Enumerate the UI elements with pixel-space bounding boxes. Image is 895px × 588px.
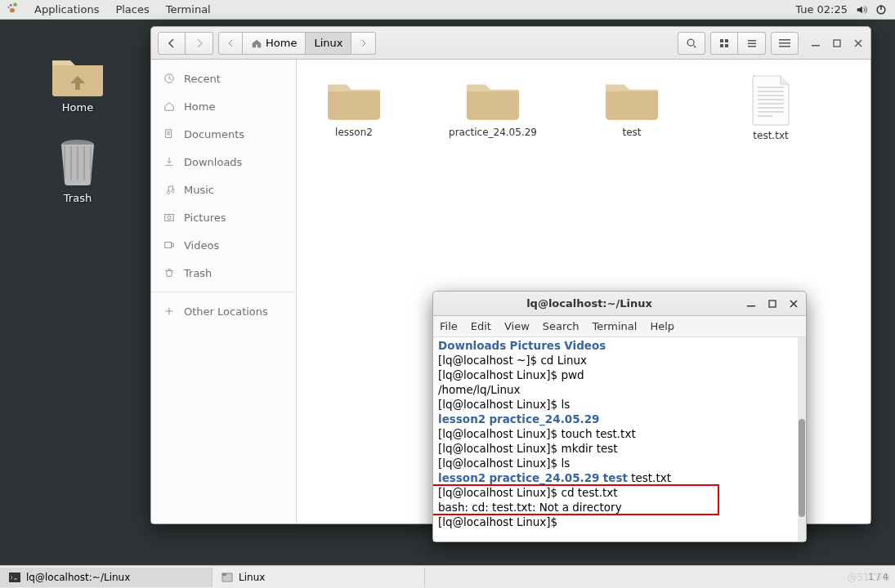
file-label: practice_24.05.29 — [449, 127, 537, 138]
sidebar-videos[interactable]: Videos — [151, 231, 296, 259]
term-dir: Downloads — [438, 339, 506, 352]
hamburger-menu-button[interactable] — [771, 32, 799, 55]
files-icon — [221, 571, 234, 584]
svg-point-1 — [10, 4, 12, 7]
menu-view[interactable]: View — [504, 320, 530, 332]
task-label: Linux — [239, 572, 265, 583]
folder-lesson2[interactable]: lesson2 — [313, 74, 395, 141]
terminal-menu[interactable]: Terminal — [166, 3, 211, 16]
terminal-close-button[interactable] — [788, 298, 799, 310]
maximize-button[interactable] — [831, 38, 843, 49]
sidebar-trash[interactable]: Trash — [151, 259, 296, 287]
term-prompt: [lq@localhost Linux]$ — [438, 427, 562, 440]
svg-line-8 — [694, 45, 696, 47]
svg-rect-16 — [779, 39, 790, 41]
term-prompt: [lq@localhost Linux]$ — [438, 515, 557, 528]
nav-forward-button[interactable] — [186, 32, 213, 55]
svg-rect-13 — [748, 40, 756, 42]
menu-help[interactable]: Help — [650, 320, 674, 332]
sidebar-recent[interactable]: Recent — [151, 65, 296, 92]
svg-rect-34 — [747, 305, 755, 307]
terminal-icon — [8, 571, 21, 584]
videos-icon — [163, 238, 176, 252]
desktop-home-icon[interactable]: Home — [49, 49, 106, 114]
menu-file[interactable]: File — [440, 320, 458, 332]
terminal-window: lq@localhost:~/Linux File Edit View Sear… — [432, 291, 807, 542]
term-prompt: [lq@localhost Linux]$ — [438, 457, 562, 470]
svg-rect-11 — [720, 44, 723, 47]
clock-icon — [163, 72, 176, 85]
path-back-arrow[interactable] — [218, 32, 243, 55]
sidebar-label: Documents — [184, 128, 244, 140]
home-icon — [163, 100, 176, 113]
sidebar-other-locations[interactable]: Other Locations — [151, 297, 296, 325]
menu-search[interactable]: Search — [543, 320, 580, 332]
sidebar-home[interactable]: Home — [151, 92, 296, 120]
svg-rect-12 — [725, 44, 728, 47]
term-dir: lesson2 — [438, 412, 486, 425]
applications-menu[interactable]: Applications — [34, 3, 99, 16]
svg-point-2 — [7, 7, 9, 8]
file-label: lesson2 — [335, 127, 373, 138]
minimize-button[interactable] — [810, 38, 821, 49]
gnome-foot-icon — [7, 2, 18, 16]
terminal-maximize-button[interactable] — [767, 298, 778, 310]
documents-icon — [163, 127, 176, 140]
svg-rect-38 — [222, 573, 226, 576]
term-dir: Pictures — [510, 339, 561, 352]
file-test-txt[interactable]: test.txt — [730, 74, 812, 141]
term-prompt: [lq@localhost Linux]$ — [438, 368, 562, 381]
sidebar-label: Pictures — [184, 212, 226, 224]
task-terminal[interactable]: lq@localhost:~/Linux — [0, 568, 213, 587]
term-cmd: cd Linux — [540, 354, 587, 367]
svg-rect-23 — [165, 215, 174, 221]
svg-rect-15 — [748, 46, 756, 47]
volume-icon[interactable] — [856, 4, 867, 16]
sidebar-downloads[interactable]: Downloads — [151, 148, 296, 176]
icon-view-button[interactable] — [710, 32, 738, 55]
svg-rect-18 — [779, 46, 790, 47]
desktop-trash-icon[interactable]: Trash — [49, 138, 106, 204]
sidebar-label: Trash — [184, 267, 212, 279]
top-panel: Applications Places Terminal Tue 02:25 — [0, 0, 895, 20]
term-cmd: ls — [562, 398, 571, 411]
close-button[interactable] — [852, 38, 864, 49]
term-prompt: [lq@localhost Linux]$ — [438, 442, 562, 455]
power-icon[interactable] — [875, 4, 887, 16]
menu-edit[interactable]: Edit — [471, 320, 491, 332]
sidebar-label: Other Locations — [184, 305, 268, 318]
term-dir: lesson2 — [438, 471, 486, 484]
terminal-content[interactable]: Downloads Pictures Videos [lq@localhost … — [433, 337, 806, 541]
watermark: @51CTO — [848, 572, 890, 583]
path-forward-arrow[interactable] — [351, 32, 376, 55]
desktop-trash-label: Trash — [64, 192, 92, 204]
term-cmd: touch test.txt — [562, 427, 636, 440]
breadcrumb-linux[interactable]: Linux — [306, 32, 351, 55]
sidebar-label: Music — [184, 184, 214, 196]
plus-icon — [163, 305, 176, 318]
svg-rect-14 — [748, 42, 756, 44]
sidebar-pictures[interactable]: Pictures — [151, 203, 296, 231]
svg-point-0 — [13, 2, 16, 6]
sidebar-music[interactable]: Music — [151, 176, 296, 203]
sidebar-documents[interactable]: Documents — [151, 120, 296, 148]
breadcrumb-home[interactable]: Home — [243, 32, 306, 55]
nav-back-button[interactable] — [158, 32, 186, 55]
clock[interactable]: Tue 02:25 — [795, 3, 848, 16]
list-view-button[interactable] — [738, 32, 766, 55]
sidebar-label: Recent — [184, 73, 221, 85]
terminal-scrollbar[interactable] — [798, 337, 806, 541]
terminal-menubar: File Edit View Search Terminal Help — [433, 316, 806, 337]
files-headerbar: Home Linux — [151, 27, 870, 60]
terminal-minimize-button[interactable] — [745, 298, 757, 310]
folder-test[interactable]: test — [591, 74, 673, 141]
menu-terminal[interactable]: Terminal — [592, 320, 637, 332]
svg-rect-17 — [779, 42, 790, 44]
term-cmd: cd test.txt — [562, 486, 618, 499]
places-menu[interactable]: Places — [115, 3, 149, 16]
task-files[interactable]: Linux — [213, 568, 425, 587]
folder-practice[interactable]: practice_24.05.29 — [452, 74, 534, 141]
search-button[interactable] — [678, 32, 705, 55]
term-dir: practice_24.05.29 — [489, 412, 599, 425]
svg-rect-25 — [165, 243, 172, 248]
